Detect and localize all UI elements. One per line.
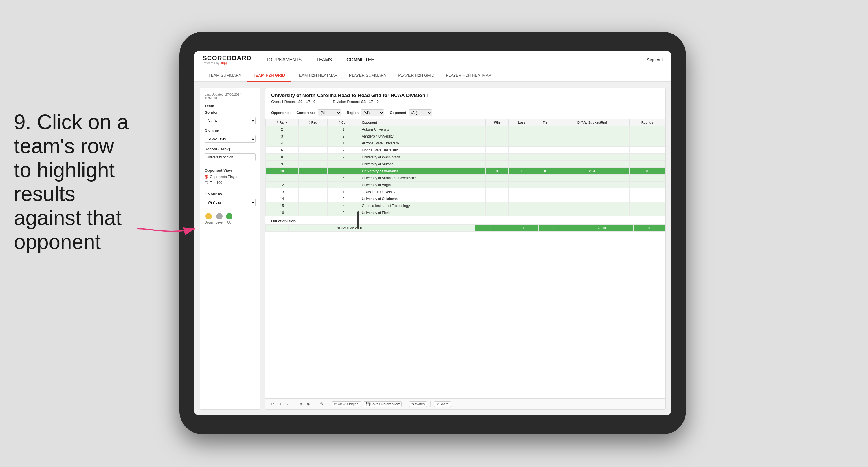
nav-committee[interactable]: COMMITTEE bbox=[346, 57, 374, 62]
ood-win: 1 bbox=[475, 225, 507, 232]
cell-conf: 1 bbox=[328, 188, 360, 196]
cell-diff bbox=[555, 188, 629, 196]
h2h-grid-table: # Rank # Reg # Conf Opponent Win Loss Ti… bbox=[266, 119, 665, 216]
grid-main-title: University of North Carolina Head-to-Hea… bbox=[271, 93, 660, 98]
conference-filter-label: Conference bbox=[297, 111, 315, 115]
back-btn[interactable]: ↔ bbox=[285, 401, 291, 407]
table-row[interactable]: 6 - 2 Florida State University bbox=[266, 147, 665, 154]
data-panel: University of North Carolina Head-to-Hea… bbox=[265, 88, 666, 410]
cell-rank: 16 bbox=[266, 209, 299, 216]
conference-filter-select[interactable]: (All) bbox=[318, 110, 341, 116]
table-row[interactable]: 12 - 3 University of Virginia bbox=[266, 181, 665, 188]
undo-btn[interactable]: ↩ bbox=[270, 401, 275, 407]
share-label: Share bbox=[440, 402, 449, 406]
sub-nav: TEAM SUMMARY TEAM H2H GRID TEAM H2H HEAT… bbox=[194, 69, 672, 82]
cell-diff bbox=[555, 175, 629, 181]
radio-opponents-played[interactable]: Opponents Played bbox=[205, 175, 255, 179]
out-of-division-label: Out of division bbox=[266, 216, 665, 224]
nav-sign-out[interactable]: | Sign out bbox=[645, 57, 663, 62]
opponent-view-label: Opponent View bbox=[205, 168, 255, 173]
legend-dot-down bbox=[206, 213, 212, 220]
table-row[interactable]: 15 - 4 Georgia Institute of Technology bbox=[266, 202, 665, 209]
cell-diff bbox=[555, 196, 629, 202]
tablet-device: SCOREBOARD Powered by clippi TOURNAMENTS… bbox=[180, 32, 686, 434]
table-row[interactable]: 13 - 1 Texas Tech University bbox=[266, 188, 665, 196]
col-win: Win bbox=[485, 119, 508, 126]
table-header-row: # Rank # Reg # Conf Opponent Win Loss Ti… bbox=[266, 119, 665, 126]
table-row[interactable]: 16 - 3 University of Florida bbox=[266, 209, 665, 216]
save-custom-btn[interactable]: 💾 Save Custom View bbox=[364, 401, 402, 407]
cell-rounds bbox=[629, 209, 665, 216]
table-row[interactable]: 11 - 6 University of Arkansas, Fayettevi… bbox=[266, 175, 665, 181]
nav-teams[interactable]: TEAMS bbox=[316, 57, 332, 62]
logo-powered: Powered by clippi bbox=[203, 61, 251, 64]
cell-loss: 0 bbox=[508, 168, 535, 175]
share-btn[interactable]: ↗ Share bbox=[434, 401, 451, 407]
division-record-value: 88 - 17 - 0 bbox=[361, 99, 378, 104]
tab-team-summary[interactable]: TEAM SUMMARY bbox=[203, 69, 247, 82]
cell-rank: 2 bbox=[266, 126, 299, 133]
cell-rounds bbox=[629, 147, 665, 154]
cell-loss bbox=[508, 209, 535, 216]
sidebar-panel: Last Updated: 27/03/2024 16:55:38 Team G… bbox=[200, 88, 260, 410]
colour-by-select[interactable]: Win/loss bbox=[205, 199, 255, 206]
toolbar-sep-2 bbox=[315, 401, 315, 407]
table-row[interactable]: 10 - 5 University of Alabama 3 0 0 2.61 … bbox=[266, 168, 665, 175]
radio-top100[interactable]: Top 100 bbox=[205, 181, 255, 185]
tab-player-summary[interactable]: PLAYER SUMMARY bbox=[343, 69, 392, 82]
cell-rank: 9 bbox=[266, 161, 299, 168]
tab-player-h2h-grid[interactable]: PLAYER H2H GRID bbox=[392, 69, 440, 82]
filter-opponents: Opponents: bbox=[271, 111, 290, 115]
region-filter-select[interactable]: (All) bbox=[361, 110, 384, 116]
radio-dot-1 bbox=[205, 175, 208, 179]
logo-brand: clippi bbox=[220, 61, 229, 64]
share-icon: ↗ bbox=[436, 402, 439, 406]
scene: 9. Click on a team's row to highlight re… bbox=[0, 0, 868, 467]
table-row[interactable]: 9 - 3 University of Arizona bbox=[266, 161, 665, 168]
table-row[interactable]: 14 - 2 University of Oklahoma bbox=[266, 196, 665, 202]
tab-team-h2h-heatmap[interactable]: TEAM H2H HEATMAP bbox=[291, 69, 343, 82]
opponent-filter-select[interactable]: (All) bbox=[409, 110, 432, 116]
tab-player-h2h-heatmap[interactable]: PLAYER H2H HEATMAP bbox=[440, 69, 497, 82]
cell-conf: 3 bbox=[328, 181, 360, 188]
gender-select[interactable]: Men's bbox=[205, 117, 255, 124]
cell-opponent: University of Florida bbox=[360, 209, 485, 216]
redo-btn[interactable]: ↪ bbox=[277, 401, 283, 407]
nav-tournaments[interactable]: TOURNAMENTS bbox=[266, 57, 302, 62]
school-value[interactable]: University of Nort... bbox=[205, 153, 255, 161]
add-btn[interactable]: ⊕ bbox=[306, 401, 311, 407]
table-row[interactable]: 4 - 1 Arizona State University bbox=[266, 140, 665, 147]
legend-dot-up bbox=[226, 213, 232, 220]
cell-conf: 2 bbox=[328, 133, 360, 140]
top-nav: SCOREBOARD Powered by clippi TOURNAMENTS… bbox=[194, 51, 672, 69]
cell-win bbox=[485, 209, 508, 216]
cell-diff bbox=[555, 161, 629, 168]
cell-loss bbox=[508, 161, 535, 168]
opponents-label: Opponents: bbox=[271, 111, 290, 115]
table-row[interactable]: 8 - 2 University of Washington bbox=[266, 154, 665, 161]
cell-rounds: 8 bbox=[629, 168, 665, 175]
cell-opponent: University of Virginia bbox=[360, 181, 485, 188]
copy-btn[interactable]: ⧉ bbox=[299, 401, 303, 407]
clock-btn[interactable]: ⏱ bbox=[318, 401, 324, 407]
table-row[interactable]: 3 - 2 Vanderbilt University bbox=[266, 133, 665, 140]
table-row[interactable]: 2 - 1 Auburn University bbox=[266, 126, 665, 133]
division-select[interactable]: NCAA Division I bbox=[205, 135, 255, 143]
overall-record-value: 89 - 17 - 0 bbox=[299, 99, 315, 104]
tab-team-h2h-grid[interactable]: TEAM H2H GRID bbox=[247, 69, 290, 82]
cell-loss bbox=[508, 181, 535, 188]
cell-conf: 6 bbox=[328, 175, 360, 181]
cell-tie bbox=[535, 175, 555, 181]
cell-rank: 3 bbox=[266, 133, 299, 140]
cell-reg: - bbox=[299, 202, 328, 209]
out-of-division-row[interactable]: NCAA Division II 1 0 0 26.00 3 bbox=[266, 225, 665, 232]
cell-rank: 8 bbox=[266, 154, 299, 161]
col-opponent: Opponent bbox=[360, 119, 485, 126]
cell-tie bbox=[535, 161, 555, 168]
cell-opponent: Auburn University bbox=[360, 126, 485, 133]
cell-reg: - bbox=[299, 175, 328, 181]
overall-record-label: Overall Record: bbox=[271, 99, 297, 104]
cell-win bbox=[485, 196, 508, 202]
view-original-btn[interactable]: 👁 View: Original bbox=[332, 401, 361, 407]
watch-btn[interactable]: 👁 Watch bbox=[409, 401, 427, 407]
